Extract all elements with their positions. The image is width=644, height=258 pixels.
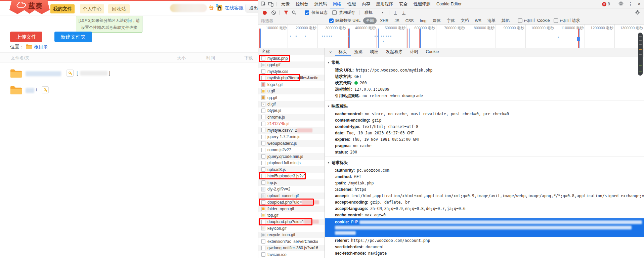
filter-pill[interactable]: JS	[392, 18, 402, 24]
filter-pill[interactable]: 其他	[499, 17, 512, 24]
disable-cache-checkbox[interactable]	[332, 10, 337, 15]
request-row[interactable]: plupload.full.min.js	[258, 160, 325, 166]
filter-pill[interactable]: 文档	[458, 17, 471, 24]
details-tab[interactable]: 响应	[367, 48, 382, 56]
request-list-header[interactable]: 名称	[258, 48, 325, 55]
devtools-tab[interactable]: Cookie Editor	[433, 0, 465, 8]
request-row[interactable]: top.gif	[258, 212, 325, 218]
blocked-requests-checkbox[interactable]	[554, 18, 558, 23]
devtools-tab[interactable]: 性能评测	[411, 0, 433, 8]
request-row[interactable]: html5uploader3.js?v3	[258, 173, 325, 179]
filter-input[interactable]	[260, 18, 327, 24]
details-tab[interactable]: Cookie	[422, 48, 443, 56]
record-network-log-icon[interactable]	[263, 11, 267, 15]
request-row[interactable]: favicon.ico	[258, 251, 325, 258]
nav-tab[interactable]: 我的文件	[50, 4, 75, 13]
section-general[interactable]: ▼ 常规	[325, 58, 644, 67]
details-tab[interactable]: 计时	[406, 48, 422, 56]
request-row[interactable]: btype.js	[258, 108, 325, 114]
filter-pill[interactable]: 字体	[444, 17, 457, 24]
details-tab[interactable]: 发起程序	[382, 48, 406, 56]
request-row[interactable]: u.gif	[258, 88, 325, 94]
online-support-link[interactable]: 在线客服	[225, 5, 244, 11]
request-row[interactable]: extension?ac=serverCheck&from_…	[258, 238, 325, 245]
qq-icon[interactable]	[216, 4, 223, 12]
more-menu-icon[interactable]: ⋮	[626, 1, 635, 7]
request-row[interactable]: mystyle.css?v=2	[258, 127, 325, 133]
request-row[interactable]: diy-2.gif?v=2	[258, 186, 325, 192]
request-row[interactable]: folder_open.gif	[258, 206, 325, 212]
devtools-tab[interactable]: 控制台	[293, 0, 311, 8]
throttling-select[interactable]: 联机 ▼	[362, 10, 387, 15]
request-row[interactable]: comm.js?v27	[258, 147, 325, 153]
nav-tab[interactable]: 个人中心	[80, 4, 104, 13]
devtools-tab[interactable]: 内存	[359, 0, 373, 8]
clear-network-log-icon[interactable]	[270, 9, 277, 16]
request-row[interactable]: doupload.php?uid=	[258, 199, 325, 205]
col-filename: 文件名/夹	[11, 55, 30, 61]
preserve-log-checkbox[interactable]	[305, 10, 309, 15]
cookie-header-selected[interactable]: cookie: PHP	[325, 218, 644, 237]
settings-gear-icon[interactable]	[616, 1, 626, 7]
close-details-icon[interactable]: ×	[326, 50, 335, 55]
network-settings-gear-icon[interactable]	[633, 10, 642, 16]
section-response-headers[interactable]: ▼ 响应标头	[325, 102, 644, 111]
request-row[interactable]: webuploader2.js	[258, 140, 325, 146]
nav-tab[interactable]: 回收站	[108, 4, 130, 13]
folder-row[interactable]: [ ]	[0, 66, 258, 81]
filter-pill[interactable]: 全部	[363, 17, 377, 24]
request-row[interactable]: jquery.qrcode.min.js	[258, 153, 325, 160]
upload-file-button[interactable]: 上传文件	[10, 32, 42, 42]
devtools-tab[interactable]: 网络	[330, 0, 344, 8]
request-row[interactable]: gwdang-notifier-360.js?v=168754…	[258, 245, 325, 251]
inspect-element-icon[interactable]	[260, 1, 267, 7]
request-row[interactable]: recycle_icon.gif	[258, 232, 325, 238]
network-overview-timeline[interactable]: 100000 毫秒200000 毫秒300000 毫秒400000 毫秒5000…	[258, 25, 644, 48]
details-tab[interactable]: 标头	[335, 48, 351, 56]
devtools-tab[interactable]: 源代码	[311, 0, 330, 8]
request-row[interactable]: doupload.php?uid=1	[258, 219, 325, 225]
request-row[interactable]: logo7.gif	[258, 81, 325, 88]
device-toolbar-icon[interactable]	[267, 1, 274, 7]
filter-pill[interactable]: XHR	[377, 18, 391, 24]
devtools-tab[interactable]: 应用程序	[373, 0, 396, 8]
request-row[interactable]: jquery-1.7.2.min.js	[258, 134, 325, 140]
filter-pill[interactable]: WS	[472, 18, 484, 24]
request-row[interactable]: upload_cancel.gif	[258, 192, 325, 199]
filter-pill[interactable]: 清单	[485, 17, 498, 24]
devtools-tab[interactable]: 性能	[344, 0, 359, 8]
devtools-tab[interactable]: 安全	[396, 0, 411, 8]
filter-pill[interactable]: Img	[417, 18, 429, 24]
new-folder-button[interactable]: 新建文件夹	[54, 32, 92, 42]
password-key-icon[interactable]	[42, 86, 49, 93]
request-row[interactable]: mystyle.css	[258, 68, 325, 75]
request-row[interactable]: qq.gif	[258, 94, 325, 101]
request-row[interactable]: qqol.gif	[258, 61, 325, 68]
filter-funnel-icon[interactable]	[282, 9, 290, 16]
search-icon[interactable]	[290, 9, 298, 16]
details-tab[interactable]: 预览	[351, 48, 367, 56]
close-devtools-icon[interactable]: ×	[636, 1, 643, 7]
request-row[interactable]: upload3.js	[258, 166, 325, 173]
request-row[interactable]: keyicon.gif	[258, 225, 325, 231]
export-har-icon[interactable]: ↓	[402, 10, 405, 15]
import-har-icon[interactable]: ↑	[394, 10, 397, 15]
error-count-badge[interactable]: × 8	[601, 2, 611, 6]
request-row[interactable]: mydisk.php?item=files&action=in…	[258, 75, 325, 81]
filter-pill[interactable]: 媒体	[430, 17, 443, 24]
request-row[interactable]: cl.gif	[258, 101, 325, 107]
request-row[interactable]: 21412745.js	[258, 121, 325, 127]
hide-data-url-checkbox[interactable]	[329, 18, 334, 23]
section-request-headers[interactable]: ▼ 请求标头	[325, 158, 644, 167]
app-logo[interactable]: 蓝奏	[9, 0, 50, 14]
request-row[interactable]: mydisk.php	[258, 55, 325, 61]
request-row[interactable]: chrome.js	[258, 114, 325, 120]
devtools-tab[interactable]: 元素	[278, 0, 293, 8]
overlay-scrollbar[interactable]	[638, 33, 643, 76]
request-row[interactable]: top.js	[258, 179, 325, 186]
password-key-icon[interactable]	[67, 70, 74, 77]
root-directory-link[interactable]: 根目录	[34, 44, 48, 50]
folder-row[interactable]: t	[0, 83, 258, 98]
blocked-cookies-checkbox[interactable]	[518, 18, 522, 23]
filter-pill[interactable]: CSS	[403, 18, 417, 24]
